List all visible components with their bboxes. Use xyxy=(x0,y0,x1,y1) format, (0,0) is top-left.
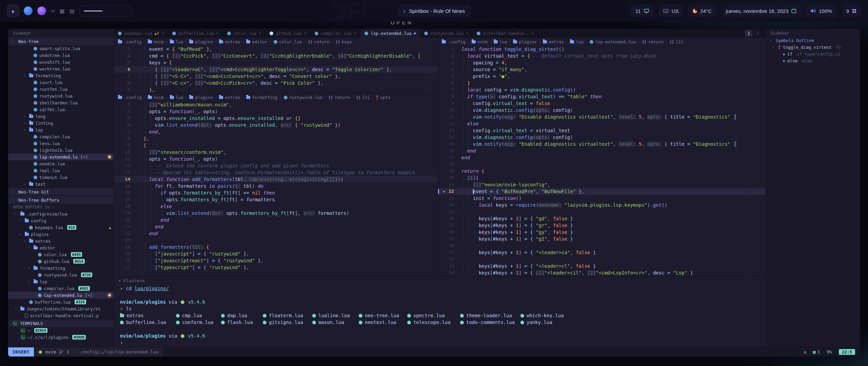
code-line[interactable]: 8│ if type(v: config.virtual_text) == "t… xyxy=(438,93,766,100)
code-line[interactable]: 5│ │ prefix = "●", xyxy=(438,73,766,80)
code-line[interactable]: 29│ │ │ keys[#keys + 1] = { "gI", false … xyxy=(438,236,766,242)
ls-entry[interactable]: neotest.lua xyxy=(359,319,407,326)
breadcrumb-item[interactable]: .config xyxy=(442,39,466,44)
tree-row[interactable]: timeout.lua xyxy=(8,174,114,181)
code-line[interactable]: 3│ │ [1]"williamboman/mason.nvim", xyxy=(114,101,437,108)
launcher-button[interactable]: ▲ xyxy=(7,5,19,17)
tab-color.lua[interactable]: color.lua× xyxy=(223,29,265,38)
tab-close-icon[interactable]: × xyxy=(354,31,356,36)
code-line[interactable]: 13│ │ │ ---@param tbl table<string, conf… xyxy=(114,169,437,176)
code-line[interactable]: 7│ local config = vim.diagnostic.config(… xyxy=(438,86,766,93)
tree-row[interactable]: ▾extras xyxy=(8,238,114,244)
tree-row[interactable]: bufferline.lua#328 xyxy=(8,299,114,305)
tree-row[interactable]: lens.lua xyxy=(8,140,114,147)
breadcrumb-item[interactable]: extras xyxy=(543,39,564,44)
launcher-input[interactable] xyxy=(79,5,132,17)
ls-entry[interactable]: spectre.lua xyxy=(407,312,460,319)
link-icon[interactable]: ∞ xyxy=(51,8,55,14)
breadcrumb-item[interactable]: nvim xyxy=(148,39,164,44)
code-line[interactable]: 16│ │ │ │ if opts.formatters_by_ft[ft] =… xyxy=(114,189,437,196)
code-line[interactable]: 21│ │ │ end xyxy=(114,223,437,230)
terminal-output[interactable]: ›cd lua/plugins/nvim/lua/plugins via v5.… xyxy=(114,285,766,346)
breadcrumb-item[interactable]: {}return xyxy=(329,95,350,100)
tree-row[interactable]: ▸test xyxy=(8,181,114,187)
tab-compiler.lua[interactable]: compiler.lua× xyxy=(311,29,361,38)
tree-row[interactable]: compiler.lua xyxy=(8,133,114,140)
browser-icon[interactable] xyxy=(24,6,33,15)
code-line[interactable]: 3│ │ event = { "BufRead" }, xyxy=(114,46,437,53)
code-line[interactable]: 10│ │ vim.diagnostic.config(opts: config… xyxy=(438,107,766,114)
code-line[interactable]: 33│ │ │ keys[#keys + 1] = { "<leader>cl"… xyxy=(438,263,766,269)
code-line[interactable]: 9│ │ }, xyxy=(114,86,437,93)
tree-row[interactable]: shellharden.lua xyxy=(8,99,114,106)
ls-entry[interactable]: theme-loader.lua xyxy=(460,312,520,319)
breadcrumb-item[interactable]: {}keys xyxy=(336,39,352,44)
code-line[interactable]: 5│ │ │ opts.ensure_installed = opts.ensu… xyxy=(114,115,437,122)
code-line[interactable]: 22│ │ end xyxy=(114,230,437,237)
code-line[interactable]: 15│ │ vim.notify(msg: "Enabled diagnosti… xyxy=(438,141,766,147)
code-line[interactable]: 24│ │ │ local keys = require(modname: "l… xyxy=(438,202,766,208)
breadcrumb-item[interactable]: editor xyxy=(246,39,267,44)
notes-icon[interactable]: ▤ xyxy=(70,8,75,14)
code-line[interactable]: 6│ } xyxy=(438,80,766,86)
tab-close-icon[interactable]: × xyxy=(304,31,306,36)
breadcrumb-item[interactable]: extras xyxy=(219,39,240,44)
code-line[interactable]: 8│ │ │ { [1]"<C-c>", [2]"<cmd>CccPick<cr… xyxy=(114,80,437,86)
code-area-color-lua[interactable]: 3│ │ event = { "BufRead" },4│ │ cmd = { … xyxy=(114,46,437,93)
tree-row[interactable]: keymaps.lua#10▲ xyxy=(8,224,114,231)
tab-bufferline.lua[interactable]: bufferline.lua× xyxy=(168,29,223,38)
tab-github.lua[interactable]: github.lua× xyxy=(265,29,311,38)
tree-row[interactable]: undotree.lua xyxy=(8,52,114,59)
tree-row[interactable]: ▾config xyxy=(8,217,114,224)
code-line[interactable]: 14│ │ local function add_formatters(tbl:… xyxy=(114,176,437,183)
code-line[interactable]: 14│ │ vim.diagnostic.config(opts: config… xyxy=(438,134,766,141)
code-line[interactable]: 26│ │ │ ["javascriptreact"] = { "rustywi… xyxy=(114,257,437,264)
breadcrumb-item[interactable]: .config xyxy=(118,39,142,44)
code-line[interactable]: 12│ │ │ --- Extend the conform plugin co… xyxy=(114,162,437,169)
ls-entry[interactable]: cmp.lua xyxy=(176,312,221,319)
code-line[interactable]: 5│ │ keys = { xyxy=(114,59,437,66)
breadcrumb-item[interactable]: plugins xyxy=(513,39,537,44)
outline-item-toggle_diag_virtext[interactable]: ▾ƒtoggle_diag_virtextfu xyxy=(766,44,860,50)
ls-entry[interactable]: flash.lua xyxy=(221,319,263,326)
code-line[interactable]: 12│ else xyxy=(438,120,766,127)
breadcrumb-item[interactable]: nvim xyxy=(472,39,488,44)
tree-row[interactable]: neodim.lua xyxy=(8,160,114,167)
tree-row[interactable]: github.lua#654 xyxy=(8,258,114,265)
breadcrumb-item[interactable]: color.lua xyxy=(274,39,302,44)
tree-row[interactable]: rustfmt.lua xyxy=(8,86,114,93)
code-line[interactable]: 26│ │ │ keys[#keys + 1] = { "gd", false … xyxy=(438,215,766,222)
tree-row[interactable]: ▸linting xyxy=(8,120,114,126)
tree-row[interactable]: ▸lang xyxy=(8,113,114,120)
breadcrumb-item[interactable]: extras xyxy=(219,95,240,100)
code-line[interactable]: 19│ │ │ │ │ vim.list_extend(dst: opts.fo… xyxy=(114,210,437,217)
code-line[interactable]: 11│ │ vim.notify(msg: "Disable diagnosti… xyxy=(438,114,766,120)
chat-icon[interactable] xyxy=(37,6,46,15)
tree-row[interactable]: ›_~#2859 xyxy=(8,327,114,334)
code-line[interactable]: 6│ │ │ vim.list_extend(dst: opts.ensure_… xyxy=(114,122,437,128)
apps-icon[interactable]: ▦ xyxy=(59,8,64,14)
tree-row[interactable]: ›_~/.c/n/l/plugins#3980 xyxy=(8,334,114,341)
breadcrumb-item[interactable]: lua xyxy=(170,95,183,100)
breadcrumb-item[interactable]: rustywind.lua xyxy=(284,95,322,100)
tree-row[interactable]: ▾.config/nvim/lua xyxy=(8,210,114,217)
symbols-outline-header[interactable]: ▾ Symbols Outline xyxy=(766,37,860,44)
code-line[interactable]: 16│ end xyxy=(438,147,766,154)
code-line[interactable]: 24│ │ add_formatters(tbl: { xyxy=(114,244,437,250)
section-header-neo-tree-git[interactable]: ▸Neo-Tree Git xyxy=(8,188,114,196)
ls-entry[interactable]: todo-comments.lua xyxy=(460,319,520,326)
code-line[interactable]: 13│ │ config.virtual_text = virtual_text xyxy=(438,127,766,134)
breadcrumb-item[interactable]: formatting xyxy=(246,95,277,100)
ls-entry[interactable]: gitsigns.lua xyxy=(263,319,312,326)
tree-row[interactable]: ▾Juegos/Indies/SteamLibrary/st xyxy=(8,305,114,312)
keyboard-layout-widget[interactable]: US xyxy=(658,5,684,17)
tree-row[interactable]: ▾editor xyxy=(8,244,114,251)
code-line[interactable]: 6│ │ │ { [1]"<leader>uC", [2]"<cmd>CccHi… xyxy=(114,66,437,73)
tree-row[interactable]: ▾lsp xyxy=(8,278,114,285)
workspaces-widget[interactable]: 11 xyxy=(631,5,654,17)
tabpage-1[interactable]: 1 xyxy=(745,30,752,37)
breadcrumb-item[interactable]: {}return xyxy=(308,39,329,44)
code-line[interactable]: 28│ │ │ keys[#keys + 1] = { "gy", false … xyxy=(438,229,766,236)
ls-entry[interactable]: lualine.lua xyxy=(312,312,359,319)
ls-entry[interactable]: dap.lua xyxy=(221,312,263,319)
